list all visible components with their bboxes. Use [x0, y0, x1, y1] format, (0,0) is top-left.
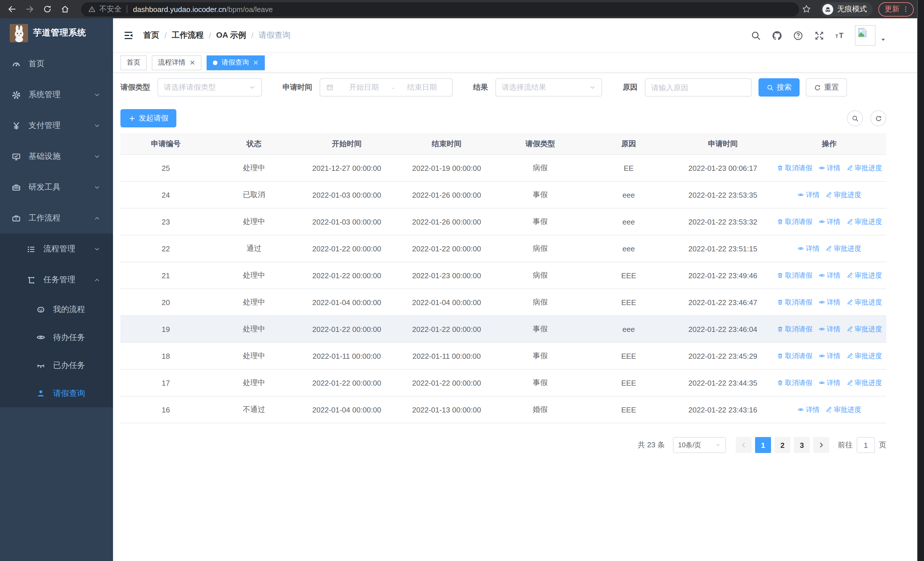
table-cell: 2021-12-27 00:00:00 — [297, 164, 397, 172]
eye-closed-icon — [36, 361, 46, 370]
user-avatar[interactable] — [855, 25, 876, 46]
browser-update-button[interactable]: 更新 — [878, 2, 914, 16]
table-cell: 已取消 — [211, 190, 297, 200]
cancel-link[interactable]: 取消请假 — [777, 378, 812, 388]
calendar-icon — [326, 83, 334, 92]
font-size-icon[interactable]: TT — [834, 30, 846, 41]
sidebar-item-dev-tools[interactable]: 研发工具 — [0, 172, 113, 203]
sidebar-item-payment[interactable]: 支付管理 — [0, 110, 113, 141]
table-cell: 病假 — [496, 270, 584, 281]
page-button-3[interactable]: 3 — [794, 437, 810, 453]
progress-link[interactable]: 审批进度 — [846, 271, 882, 280]
detail-link[interactable]: 详情 — [818, 217, 840, 227]
browser-forward-icon[interactable] — [22, 2, 37, 17]
search-icon[interactable] — [750, 30, 761, 41]
tab-leave-query[interactable]: 请假查询✕ — [207, 55, 265, 70]
cancel-link[interactable]: 取消请假 — [777, 297, 812, 307]
detail-link[interactable]: 详情 — [797, 244, 819, 253]
browser-back-icon[interactable] — [4, 2, 20, 17]
browser-menu-icon[interactable] — [902, 5, 910, 13]
progress-link[interactable]: 审批进度 — [846, 163, 882, 173]
page-header: 首页/工作流程/OA 示例/请假查询 TT — [113, 18, 924, 53]
progress-link[interactable]: 审批进度 — [825, 244, 861, 253]
eye-icon — [818, 352, 825, 359]
sidebar-item-my-process[interactable]: 我的流程 — [0, 295, 113, 323]
progress-link[interactable]: 审批进度 — [846, 217, 882, 227]
detail-link[interactable]: 详情 — [818, 378, 840, 388]
breadcrumb-item[interactable]: 工作流程 — [172, 30, 204, 41]
app-logo[interactable]: 芋道管理系统 — [0, 18, 113, 47]
sidebar-item-done-tasks[interactable]: 已办任务 — [0, 351, 113, 379]
progress-link[interactable]: 审批进度 — [846, 378, 882, 388]
header-actions: TT — [740, 25, 886, 46]
page-button-1[interactable]: 1 — [755, 437, 771, 453]
table-cell: 2022-01-03 00:00:00 — [297, 191, 397, 199]
progress-link[interactable]: 审批进度 — [846, 297, 882, 307]
detail-link[interactable]: 详情 — [797, 190, 819, 200]
result-placeholder: 请选择流结果 — [502, 82, 546, 93]
detail-link[interactable]: 详情 — [818, 271, 840, 280]
sidebar-item-home[interactable]: 首页 — [0, 48, 113, 80]
create-leave-button[interactable]: 发起请假 — [120, 109, 176, 127]
table-cell: 不通过 — [211, 405, 297, 415]
detail-link[interactable]: 详情 — [797, 405, 819, 415]
prev-page-button[interactable] — [736, 437, 752, 453]
leave-table: 申请编号状态开始时间结束时间请假类型原因申请时间操作25处理中2021-12-2… — [120, 133, 886, 423]
leave-type-select[interactable]: 请选择请假类型 — [158, 78, 262, 96]
result-select[interactable]: 请选择流结果 — [495, 78, 602, 96]
close-icon[interactable]: ✕ — [253, 59, 258, 66]
github-icon[interactable] — [771, 30, 783, 41]
toggle-search-button[interactable] — [847, 110, 863, 126]
avatar-caret-icon[interactable] — [880, 36, 886, 42]
table-cell: 2022-01-22 00:00:00 — [297, 379, 397, 387]
progress-link[interactable]: 审批进度 — [846, 351, 882, 361]
refresh-table-button[interactable] — [870, 110, 886, 126]
sidebar-item-leave-query[interactable]: 请假查询 — [0, 379, 113, 407]
reason-input[interactable] — [645, 78, 752, 96]
cancel-link[interactable]: 取消请假 — [777, 271, 812, 280]
apply-time-range-picker[interactable]: 开始日期 - 结束日期 — [320, 78, 453, 96]
edit-icon — [846, 299, 853, 305]
url-bar[interactable]: 不安全 dashboard.yudao.iocoder.cn /bpm/oa/l… — [81, 2, 799, 16]
sidebar-item-system[interactable]: 系统管理 — [0, 80, 113, 110]
sidebar-item-process-mgmt[interactable]: 流程管理 — [0, 234, 113, 265]
progress-link[interactable]: 审批进度 — [846, 324, 882, 334]
progress-link[interactable]: 审批进度 — [825, 405, 861, 415]
browser-home-icon[interactable] — [58, 2, 72, 17]
breadcrumb-item[interactable]: OA 示例 — [216, 30, 246, 41]
eye-icon — [797, 245, 804, 252]
bookmark-star-icon[interactable] — [801, 4, 812, 14]
table-cell: 25 — [120, 164, 211, 172]
sidebar-item-workflow[interactable]: 工作流程 — [0, 203, 113, 234]
sidebar-item-infra[interactable]: 基础设施 — [0, 141, 113, 172]
progress-link[interactable]: 审批进度 — [825, 190, 861, 200]
help-icon[interactable] — [792, 30, 804, 41]
goto-page-input[interactable] — [856, 437, 875, 453]
tab-process-detail[interactable]: 流程详情✕ — [152, 55, 201, 70]
search-button[interactable]: 搜索 — [759, 78, 800, 96]
sidebar-item-task-mgmt[interactable]: 任务管理 — [0, 265, 113, 295]
next-page-button[interactable] — [813, 437, 829, 453]
sidebar-collapse-icon[interactable] — [123, 30, 134, 41]
cancel-link[interactable]: 取消请假 — [777, 163, 812, 173]
url-host: dashboard.yudao.iocoder.cn — [133, 5, 226, 14]
eye-icon — [818, 218, 825, 225]
page-button-2[interactable]: 2 — [774, 437, 790, 453]
detail-link[interactable]: 详情 — [818, 351, 840, 361]
sidebar-item-todo-tasks[interactable]: 待办任务 — [0, 323, 113, 351]
detail-link[interactable]: 详情 — [818, 297, 840, 307]
breadcrumb-item[interactable]: 首页 — [143, 30, 159, 41]
cancel-link[interactable]: 取消请假 — [777, 217, 812, 227]
tab-home[interactable]: 首页 — [120, 55, 147, 70]
detail-link[interactable]: 详情 — [818, 163, 840, 173]
reset-button[interactable]: 重置 — [806, 78, 847, 96]
table-cell: EEE — [584, 352, 674, 360]
browser-reload-icon[interactable] — [40, 2, 55, 17]
cancel-link[interactable]: 取消请假 — [777, 351, 812, 361]
page-size-select[interactable]: 10条/页 — [673, 437, 726, 453]
window-edge-scrollbar[interactable] — [917, 0, 924, 561]
cancel-link[interactable]: 取消请假 — [777, 324, 812, 334]
detail-link[interactable]: 详情 — [818, 324, 840, 334]
expand-icon[interactable] — [813, 30, 825, 41]
close-icon[interactable]: ✕ — [189, 59, 195, 66]
